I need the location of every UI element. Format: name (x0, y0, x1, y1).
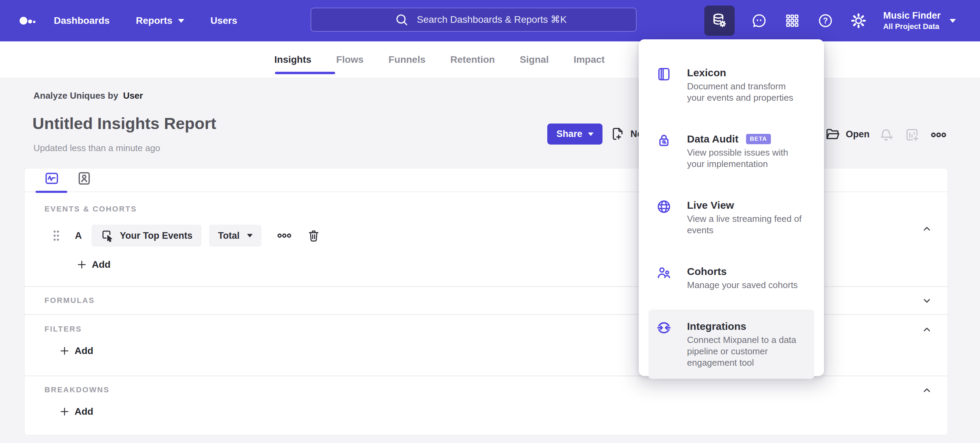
event-row-more-button[interactable] (277, 231, 292, 240)
feedback-button[interactable] (751, 12, 768, 29)
tab-events-view[interactable] (44, 170, 60, 186)
add-filter-button[interactable]: Add (59, 345, 93, 356)
menu-description: View a live streaming feed of events (687, 213, 807, 236)
chevron-up-icon (922, 224, 932, 234)
tab-impact[interactable]: Impact (574, 54, 605, 65)
report-more-button[interactable] (930, 130, 947, 140)
grid-icon (784, 13, 800, 29)
tab-insights[interactable]: Insights (274, 54, 311, 65)
collapse-breakdowns-button[interactable] (919, 383, 934, 398)
section-header: BREAKDOWNS (45, 385, 948, 394)
tab-funnels[interactable]: Funnels (388, 54, 425, 65)
menu-description: Document and transform your events and p… (687, 81, 801, 103)
tab-profiles-view[interactable] (76, 170, 92, 186)
trash-icon (306, 229, 321, 243)
chevron-down-icon (588, 132, 593, 136)
chevron-up-icon (922, 324, 932, 335)
search-input[interactable] (417, 14, 631, 25)
tab-flows[interactable]: Flows (336, 54, 363, 65)
expand-formulas-button[interactable] (919, 293, 934, 308)
top-nav: Dashboards Reports Users (0, 0, 980, 41)
chat-bubble-icon (751, 13, 767, 29)
menu-title: Integrations (687, 320, 746, 333)
project-selector[interactable]: Music Finder All Project Data (883, 10, 956, 31)
add-event-button[interactable]: Add (76, 259, 110, 270)
beta-badge: BETA (746, 134, 771, 144)
gear-icon (850, 13, 867, 29)
globe-icon (656, 199, 672, 214)
menu-item-data-audit[interactable]: Data Audit BETA View possible issues wit… (648, 122, 815, 180)
chevron-up-icon (922, 385, 932, 395)
more-horizontal-icon (930, 130, 947, 140)
project-scope: All Project Data (883, 22, 941, 32)
settings-button[interactable] (850, 12, 867, 29)
more-horizontal-icon (277, 231, 292, 240)
menu-title: Cohorts (687, 265, 727, 278)
menu-description: Manage your saved cohorts (687, 279, 798, 291)
document-plus-icon (610, 126, 625, 141)
collapse-events-button[interactable] (919, 221, 934, 237)
menu-item-live-view[interactable]: Live View View a live streaming feed of … (648, 188, 815, 246)
global-search[interactable] (310, 8, 636, 32)
help-icon: ? (817, 13, 834, 29)
chevron-down-icon (922, 296, 932, 306)
report-tabbar: Insights Flows Funnels Retention Signal … (0, 41, 980, 78)
chart-plus-icon (904, 127, 920, 143)
nav-item-dashboards[interactable]: Dashboards (54, 15, 110, 26)
profile-card-icon (76, 170, 92, 186)
cohorts-people-icon (656, 265, 672, 281)
event-name: Your Top Events (120, 230, 192, 241)
menu-item-cohorts[interactable]: Cohorts Manage your saved cohorts (648, 255, 815, 301)
chevron-down-icon (247, 234, 253, 237)
analyze-label: Analyze Uniques by (33, 91, 118, 101)
drag-handle-icon[interactable] (53, 230, 60, 241)
menu-item-integrations[interactable]: Integrations Connect Mixpanel to a data … (648, 310, 815, 379)
lexicon-book-icon (656, 66, 672, 82)
share-button[interactable]: Share (547, 124, 603, 144)
delete-event-button[interactable] (306, 229, 321, 243)
svg-text:?: ? (823, 16, 828, 25)
pulse-chart-icon (44, 170, 60, 186)
folder-open-icon (825, 126, 841, 142)
analyze-row: Analyze Uniques byUser (33, 91, 143, 101)
add-to-board-button[interactable] (904, 127, 920, 143)
nav-links: Dashboards Reports Users (54, 15, 237, 26)
menu-description: Connect Mixpanel to a data pipeline or c… (687, 334, 807, 368)
search-icon (394, 12, 409, 27)
data-management-button[interactable] (704, 6, 735, 36)
event-row-label: A (75, 230, 82, 241)
click-event-icon (100, 229, 114, 243)
menu-item-lexicon[interactable]: Lexicon Document and transform your even… (648, 56, 815, 114)
integrations-sync-icon (656, 320, 672, 336)
collapse-filters-button[interactable] (919, 322, 934, 337)
chevron-down-icon (950, 19, 956, 23)
data-management-menu: Lexicon Document and transform your even… (639, 39, 824, 376)
active-tab-underline (275, 72, 335, 74)
plus-icon (59, 346, 70, 356)
event-select-button[interactable]: Your Top Events (91, 225, 202, 247)
menu-title: Lexicon (687, 66, 726, 79)
mixpanel-app: Dashboards Reports Users (0, 0, 980, 443)
tab-retention[interactable]: Retention (450, 54, 495, 65)
open-report-button[interactable]: Open (825, 126, 870, 142)
tab-signal[interactable]: Signal (520, 54, 549, 65)
menu-title: Data Audit (687, 132, 738, 146)
project-name: Music Finder (883, 10, 941, 22)
menu-description: View possible issues with your implement… (687, 147, 807, 170)
section-header: FORMULAS (45, 296, 95, 305)
add-breakdown-button[interactable]: Add (59, 406, 93, 417)
alert-button[interactable] (878, 127, 894, 143)
aggregation-select-button[interactable]: Total (209, 225, 262, 247)
plus-icon (76, 259, 87, 270)
section-breakdowns: BREAKDOWNS Add (24, 376, 948, 434)
apps-grid-button[interactable] (784, 12, 801, 29)
nav-item-users[interactable]: Users (210, 15, 237, 26)
page-title: Untitled Insights Report (32, 114, 216, 133)
database-gear-icon (711, 12, 728, 29)
nav-item-reports[interactable]: Reports (136, 15, 184, 26)
help-button[interactable]: ? (817, 12, 834, 29)
mixpanel-logo-icon[interactable] (19, 12, 37, 30)
nav-right-cluster: ? Music Finder All Project Data (704, 0, 956, 41)
bell-plus-icon (878, 127, 894, 143)
analyze-value-user[interactable]: User (123, 91, 143, 101)
